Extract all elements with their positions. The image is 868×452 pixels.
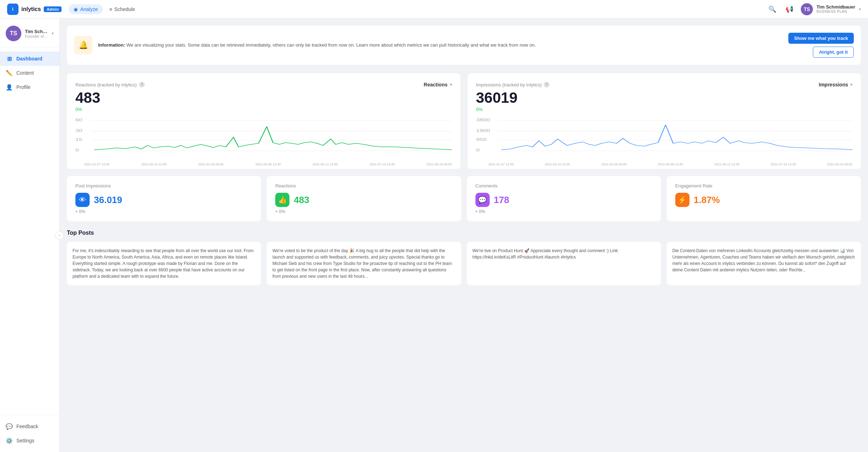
reactions-value: 483 bbox=[75, 90, 452, 106]
post-card-2: We're live on Product Hunt 🚀 Appreciate … bbox=[467, 242, 661, 285]
topnav-icons: 🔍 📢 TS Tim Schmidbauer BUSINESS PLAN ▾ bbox=[767, 3, 861, 15]
sidebar-item-dashboard-label: Dashboard bbox=[16, 56, 42, 62]
svg-text:0: 0 bbox=[476, 148, 480, 152]
stat-engagement-icon: ⚡ bbox=[675, 193, 689, 207]
stat-card-engagement: Engagement Rate ⚡ 1.87% bbox=[667, 176, 861, 221]
impressions-dropdown-icon[interactable]: ▾ bbox=[850, 82, 852, 87]
charts-grid: Reactions (tracked by inlytics) ? Reacti… bbox=[67, 73, 861, 169]
stat-card-impressions: Post Impressions 👁 36.019 + 0% bbox=[67, 176, 261, 221]
user-chevron-icon: ▾ bbox=[859, 7, 861, 12]
topnav-user[interactable]: TS Tim Schmidbauer BUSINESS PLAN ▾ bbox=[801, 3, 861, 15]
topnav-user-name: Tim Schmidbauer bbox=[816, 4, 855, 10]
info-banner: 🔔 Information: We are visualizing your s… bbox=[67, 26, 861, 65]
reactions-pct: 0% bbox=[75, 107, 452, 112]
analyze-icon: ◉ bbox=[74, 6, 78, 12]
reactions-dropdown-icon[interactable]: ▾ bbox=[450, 82, 452, 87]
svg-text:3800: 3800 bbox=[476, 118, 490, 122]
posts-grid: For me, it's indescribably rewarding to … bbox=[67, 242, 861, 285]
impressions-chart-area: 3800 1900 950 0 2021-01-07 12:00 2021-02… bbox=[476, 118, 853, 160]
topnav: i inlytics Admin ◉ Analyze ≡ Schedule 🔍 … bbox=[0, 0, 868, 18]
sidebar-item-feedback[interactable]: 💬 Feedback bbox=[0, 419, 59, 434]
stat-comments-icon: 💬 bbox=[475, 193, 490, 207]
info-body: We are visualizing your stats. Some data… bbox=[126, 42, 536, 48]
sidebar: TS Tim Schmidbauer Founder of inlyti... … bbox=[0, 18, 60, 452]
impressions-chart-card: Impressions (tracked by inlytics) ? Impr… bbox=[468, 73, 861, 169]
stat-comments-title: Comments bbox=[475, 183, 653, 188]
stat-comments-change: + 0% bbox=[475, 209, 653, 214]
stat-comments-value: 178 bbox=[494, 195, 509, 206]
sidebar-item-profile[interactable]: 👤 Profile bbox=[0, 80, 59, 94]
stat-reactions-row: 👍 483 bbox=[275, 193, 452, 207]
impressions-info-icon[interactable]: ? bbox=[544, 82, 549, 87]
reactions-chart-area: 60 30 15 0 2021-01-07 12:00 2021-02-15 1… bbox=[75, 118, 452, 160]
reactions-type-label: Reactions ▾ bbox=[424, 82, 452, 87]
stat-impressions-change: + 0% bbox=[75, 209, 252, 214]
stat-impressions-row: 👁 36.019 bbox=[75, 193, 252, 207]
app-logo-icon: i bbox=[7, 4, 18, 15]
alright-button[interactable]: Alright, got it bbox=[813, 47, 854, 58]
nav-analyze-label: Analyze bbox=[80, 6, 98, 12]
topnav-logo: i inlytics Admin bbox=[7, 4, 62, 15]
post-card-1: We're voted to be the product of the day… bbox=[267, 242, 461, 285]
topnav-nav: ◉ Analyze ≡ Schedule bbox=[69, 4, 140, 14]
reactions-chart-header: Reactions (tracked by inlytics) ? Reacti… bbox=[75, 82, 452, 87]
sidebar-bottom: 💬 Feedback ⚙️ Settings bbox=[0, 415, 59, 452]
stat-engagement-row: ⚡ 1.87% bbox=[675, 193, 852, 207]
sidebar-item-feedback-label: Feedback bbox=[16, 424, 38, 429]
stat-reactions-title: Reactions bbox=[275, 183, 452, 188]
info-icon: 🔔 bbox=[74, 36, 92, 54]
sidebar-user: TS Tim Schmidbauer Founder of inlyti... … bbox=[0, 18, 59, 47]
nav-analyze[interactable]: ◉ Analyze bbox=[69, 4, 103, 14]
stat-engagement-value: 1.87% bbox=[694, 195, 720, 206]
profile-icon: 👤 bbox=[6, 84, 13, 91]
svg-text:1900: 1900 bbox=[476, 129, 490, 133]
stat-card-comments: Comments 💬 178 + 0% bbox=[467, 176, 661, 221]
info-text: Information: We are visualizing your sta… bbox=[98, 42, 783, 49]
stats-grid: Post Impressions 👁 36.019 + 0% Reactions… bbox=[67, 176, 861, 221]
stat-comments-row: 💬 178 bbox=[475, 193, 653, 207]
stat-reactions-change: + 0% bbox=[275, 209, 452, 214]
impressions-pct: 0% bbox=[476, 107, 853, 112]
sidebar-user-subtitle: Founder of inlyti... bbox=[25, 34, 48, 38]
sidebar-item-content-label: Content bbox=[16, 70, 34, 76]
sidebar-item-content[interactable]: ✏️ Content bbox=[0, 66, 59, 80]
info-actions: Show me what you track Alright, got it bbox=[788, 33, 854, 58]
reactions-chart-card: Reactions (tracked by inlytics) ? Reacti… bbox=[67, 73, 460, 169]
settings-icon: ⚙️ bbox=[6, 437, 13, 444]
info-label: Information: bbox=[98, 42, 125, 48]
show-track-button[interactable]: Show me what you track bbox=[788, 33, 854, 44]
sidebar-avatar: TS bbox=[6, 26, 21, 41]
sidebar-nav: ⊞ Dashboard ✏️ Content 👤 Profile bbox=[0, 47, 59, 415]
nav-schedule[interactable]: ≡ Schedule bbox=[104, 4, 140, 14]
stat-card-reactions: Reactions 👍 483 + 0% bbox=[267, 176, 461, 221]
stat-reactions-value: 483 bbox=[294, 195, 309, 206]
svg-text:0: 0 bbox=[75, 148, 79, 152]
svg-text:15: 15 bbox=[75, 138, 82, 142]
impressions-value: 36019 bbox=[476, 90, 853, 106]
svg-text:30: 30 bbox=[75, 129, 82, 133]
top-posts-title: Top Posts bbox=[67, 230, 861, 236]
schedule-icon: ≡ bbox=[109, 6, 112, 12]
feedback-icon: 💬 bbox=[6, 423, 13, 430]
search-icon-btn[interactable]: 🔍 bbox=[767, 4, 778, 15]
reactions-chart-label: Reactions (tracked by inlytics) ? bbox=[75, 82, 145, 87]
notification-icon-btn[interactable]: 📢 bbox=[784, 4, 795, 15]
stat-impressions-value: 36.019 bbox=[94, 195, 122, 206]
svg-text:950: 950 bbox=[476, 138, 486, 142]
sidebar-user-chevron-icon[interactable]: ▾ bbox=[52, 31, 54, 36]
stat-reactions-icon: 👍 bbox=[275, 193, 289, 207]
topnav-avatar: TS bbox=[801, 3, 813, 15]
sidebar-user-info: Tim Schmidbauer Founder of inlyti... bbox=[25, 29, 48, 38]
topnav-user-plan: BUSINESS PLAN bbox=[816, 10, 855, 14]
top-posts-section: Top Posts For me, it's indescribably rew… bbox=[67, 230, 861, 285]
sidebar-item-settings[interactable]: ⚙️ Settings bbox=[0, 434, 59, 448]
content-icon: ✏️ bbox=[6, 69, 13, 76]
dashboard-icon: ⊞ bbox=[6, 55, 13, 62]
sidebar-item-dashboard[interactable]: ⊞ Dashboard bbox=[0, 52, 59, 66]
impressions-chart-header: Impressions (tracked by inlytics) ? Impr… bbox=[476, 82, 853, 87]
sidebar-collapse-button[interactable]: ‹ bbox=[55, 231, 64, 240]
reactions-info-icon[interactable]: ? bbox=[139, 82, 145, 87]
stat-impressions-title: Post Impressions bbox=[75, 183, 252, 188]
sidebar-user-name: Tim Schmidbauer bbox=[25, 29, 48, 34]
sidebar-item-profile-label: Profile bbox=[16, 84, 31, 90]
